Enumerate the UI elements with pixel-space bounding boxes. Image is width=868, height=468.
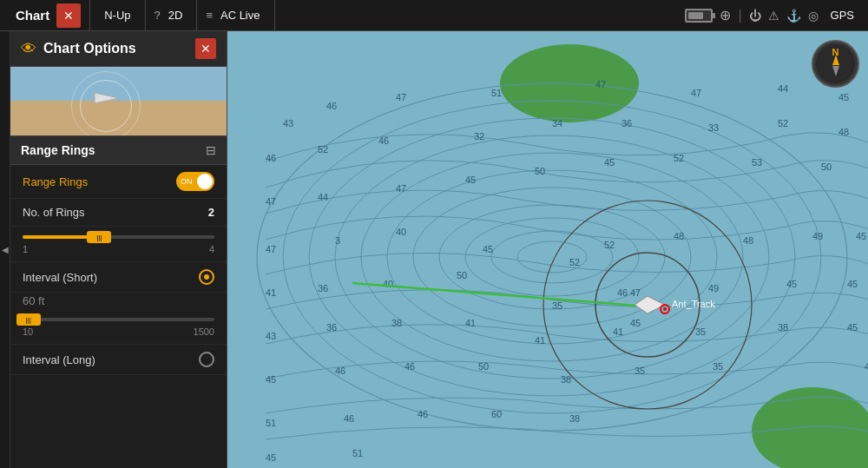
compass-south-arrow: [832, 66, 839, 76]
no-of-rings-label: No. of Rings: [23, 206, 85, 219]
svg-text:47: 47: [630, 287, 641, 298]
anchor-icon: ⚓: [786, 9, 801, 23]
power-icon: ⏻: [749, 9, 761, 23]
question-icon: ?: [155, 9, 161, 22]
panel-title: Chart Options: [43, 41, 188, 56]
rings-slider-track[interactable]: |||: [23, 235, 214, 239]
svg-text:52: 52: [569, 257, 580, 267]
nup-label: N-Up: [99, 9, 135, 22]
mini-map-boat: [93, 91, 119, 105]
svg-text:50: 50: [478, 361, 489, 372]
svg-text:35: 35: [695, 326, 706, 337]
svg-text:47: 47: [266, 244, 276, 254]
rings-slider-labels: 1 4: [23, 244, 214, 254]
svg-text:35: 35: [635, 366, 645, 376]
interval-short-slider-min: 10: [23, 326, 33, 337]
svg-text:41: 41: [535, 335, 545, 346]
svg-text:41: 41: [613, 326, 623, 337]
toggle-knob: [197, 174, 213, 189]
svg-text:35: 35: [552, 300, 562, 311]
interval-long-circle-icon: [199, 352, 214, 367]
rings-slider-row: ||| 1 4: [10, 227, 227, 262]
svg-text:35: 35: [713, 361, 723, 372]
svg-text:45: 45: [604, 157, 615, 168]
svg-text:36: 36: [326, 322, 337, 333]
svg-text:45: 45: [847, 322, 858, 333]
svg-text:40: 40: [396, 227, 406, 237]
svg-text:45: 45: [786, 279, 797, 289]
no-of-rings-value: 2: [208, 206, 214, 219]
svg-text:44: 44: [778, 83, 788, 94]
svg-text:3: 3: [335, 235, 340, 246]
slider-thumb-lines: |||: [96, 234, 102, 241]
sidebar: ◀: [0, 31, 10, 468]
chart-close-button[interactable]: ✕: [56, 3, 81, 28]
svg-text:51: 51: [491, 88, 502, 98]
mini-map: [10, 67, 227, 136]
rings-slider-thumb[interactable]: |||: [87, 231, 111, 243]
svg-text:33: 33: [708, 122, 719, 133]
svg-text:52: 52: [318, 144, 328, 155]
svg-text:47: 47: [266, 196, 276, 207]
location-icon: ◎: [808, 9, 819, 23]
svg-text:49: 49: [812, 231, 823, 241]
ac-live-section[interactable]: ≡ AC Live: [197, 0, 274, 30]
svg-text:47: 47: [691, 88, 701, 98]
svg-text:32: 32: [474, 131, 484, 142]
range-rings-toggle[interactable]: ON: [176, 172, 214, 191]
toggle-on-label: ON: [181, 177, 193, 186]
interval-short-target-icon: [199, 269, 214, 285]
svg-text:52: 52: [674, 153, 684, 163]
slider-thumb-lines2: |||: [26, 316, 31, 324]
interval-short-slider-labels: 10 1500: [23, 326, 214, 337]
svg-text:45: 45: [465, 175, 476, 185]
range-rings-label: Range Rings: [23, 175, 88, 188]
interval-short-slider-track[interactable]: |||: [23, 318, 214, 321]
svg-text:43: 43: [283, 118, 293, 129]
svg-text:47: 47: [595, 79, 606, 89]
svg-text:48: 48: [838, 127, 849, 137]
svg-text:45: 45: [856, 231, 866, 241]
svg-text:38: 38: [569, 413, 580, 424]
svg-text:49: 49: [708, 283, 719, 293]
battery-icon: [685, 9, 713, 23]
panel-close-button[interactable]: ✕: [195, 38, 216, 59]
svg-text:45: 45: [847, 279, 858, 289]
svg-marker-0: [95, 93, 119, 103]
interval-short-row: Interval (Short): [10, 262, 227, 293]
chart-map[interactable]: 43 46 47 51 47 47 44 45 46 52 46 32 34 3…: [227, 31, 868, 468]
svg-text:45: 45: [266, 452, 276, 463]
svg-text:46: 46: [404, 361, 415, 372]
svg-text:41: 41: [266, 287, 276, 298]
nautical-chart-svg: 43 46 47 51 47 47 44 45 46 52 46 32 34 3…: [227, 31, 868, 468]
battery-fill: [688, 12, 703, 19]
svg-text:40: 40: [383, 279, 393, 289]
svg-text:36: 36: [621, 118, 632, 129]
topbar-right: ⊕ | ⏻ ⚠ ⚓ ◎ GPS: [676, 7, 868, 23]
panel-header: 👁 Chart Options ✕: [10, 31, 227, 67]
svg-text:48: 48: [674, 231, 684, 241]
svg-text:38: 38: [561, 374, 571, 385]
svg-text:46: 46: [418, 409, 428, 419]
divider: |: [738, 8, 741, 23]
svg-text:52: 52: [778, 118, 788, 129]
interval-short-slider-thumb[interactable]: |||: [16, 313, 41, 326]
sidebar-arrow[interactable]: ◀: [0, 245, 10, 254]
svg-text:46: 46: [266, 153, 276, 163]
svg-text:46: 46: [335, 366, 345, 376]
range-rings-section-header: Range Rings ⊟: [10, 136, 227, 165]
svg-text:46: 46: [344, 413, 354, 424]
ac-live-label: AC Live: [215, 9, 266, 22]
range-rings-toggle-row: Range Rings ON: [10, 165, 227, 199]
interval-short-label: Interval (Short): [23, 271, 97, 284]
svg-text:36: 36: [318, 283, 328, 293]
svg-text:38: 38: [778, 322, 788, 333]
svg-text:45: 45: [266, 374, 276, 385]
chart-tab[interactable]: Chart ✕: [0, 0, 90, 30]
section-menu-icon[interactable]: ⊟: [206, 143, 216, 157]
svg-point-89: [663, 307, 667, 311]
svg-text:53: 53: [752, 157, 762, 168]
nup-section[interactable]: N-Up: [90, 0, 145, 30]
svg-text:45: 45: [630, 318, 641, 328]
2d-section[interactable]: ? 2D: [146, 0, 198, 30]
